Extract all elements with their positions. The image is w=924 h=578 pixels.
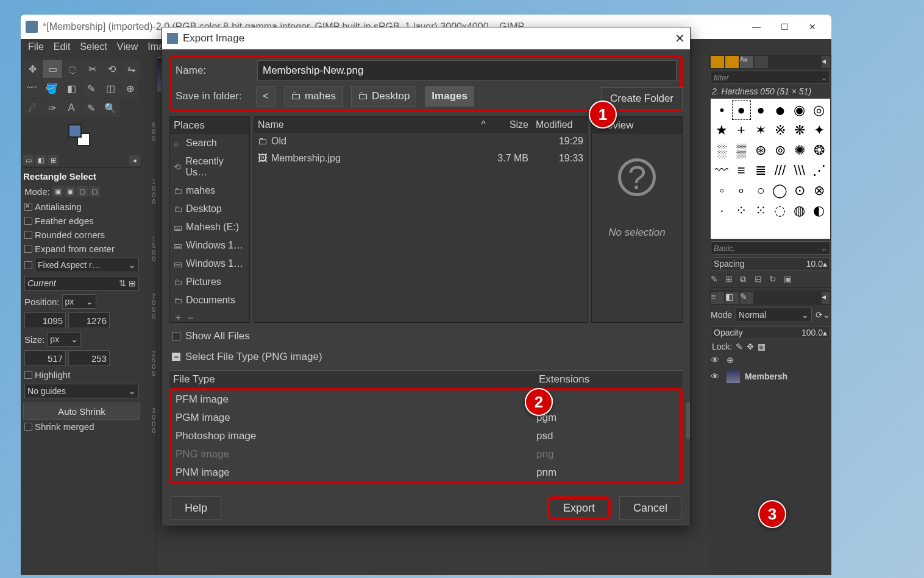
- pos-unit-select[interactable]: px⌄: [62, 294, 96, 309]
- cancel-button[interactable]: Cancel: [619, 496, 681, 520]
- fixed-checkbox[interactable]: [24, 261, 32, 269]
- places-pictures[interactable]: 🗀Pictures: [170, 273, 249, 291]
- filename-input[interactable]: [257, 60, 677, 81]
- help-button[interactable]: Help: [171, 496, 221, 520]
- mode-int-icon[interactable]: ▢: [89, 186, 100, 197]
- gradient-tool[interactable]: ◧: [62, 79, 80, 97]
- pos-y-input[interactable]: 1276: [68, 312, 110, 328]
- minimize-button[interactable]: —: [742, 15, 770, 39]
- highlight-checkbox[interactable]: [24, 371, 32, 379]
- bookmark-remove-button[interactable]: −: [188, 312, 194, 325]
- dup-brush-icon[interactable]: ⧉: [740, 274, 751, 284]
- dock-tab-1[interactable]: ▭: [23, 155, 34, 166]
- guides-select[interactable]: No guides⌄: [24, 384, 139, 398]
- clone-tool[interactable]: ⊕: [121, 79, 139, 97]
- rotate-tool[interactable]: ⟲: [102, 60, 121, 78]
- refresh-brush-icon[interactable]: ↻: [769, 274, 780, 284]
- show-all-checkbox[interactable]: [172, 332, 180, 340]
- col-ext-header[interactable]: Extensions: [539, 373, 679, 386]
- zoom-tool[interactable]: 🔍: [101, 99, 119, 117]
- file-row[interactable]: 🗀Old 19:29: [254, 133, 587, 150]
- lock-pos-icon[interactable]: ✥: [747, 342, 754, 351]
- rounded-checkbox[interactable]: [24, 231, 32, 239]
- free-select-tool[interactable]: ◌: [63, 60, 82, 78]
- crop-tool[interactable]: ✂: [83, 60, 101, 78]
- maximize-button[interactable]: ☐: [770, 15, 798, 39]
- size-unit-select[interactable]: px⌄: [47, 332, 81, 347]
- dialog-close-button[interactable]: ✕: [675, 31, 685, 46]
- dock-menu-icon[interactable]: ◂: [822, 56, 830, 68]
- dock-menu-icon[interactable]: ◂: [822, 292, 830, 304]
- places-desktop[interactable]: 🗀Desktop: [170, 200, 249, 218]
- lock-alpha-icon[interactable]: ▦: [758, 342, 766, 351]
- fg-color[interactable]: [68, 124, 82, 138]
- filetype-row-selected[interactable]: PNG imagepng: [172, 445, 680, 463]
- eraser-tool[interactable]: ◫: [101, 79, 119, 97]
- new-brush-icon[interactable]: ⊞: [725, 274, 736, 284]
- filetype-row[interactable]: Photoshop imagepsd: [172, 427, 680, 445]
- col-size-header[interactable]: Size: [489, 117, 532, 133]
- filetype-scrollbar[interactable]: [686, 403, 690, 439]
- visibility-icon[interactable]: 👁: [711, 355, 722, 365]
- mode-swap-icon[interactable]: ⟳⌄: [816, 310, 830, 320]
- path-tool[interactable]: ✑: [43, 99, 61, 117]
- patterns-tab-icon[interactable]: [725, 56, 739, 68]
- bookmark-add-button[interactable]: +: [175, 312, 182, 325]
- brushes-tab-icon[interactable]: [711, 56, 724, 68]
- dock-menu-icon[interactable]: ◂: [129, 155, 140, 166]
- mode-replace-icon[interactable]: ▣: [52, 186, 63, 197]
- visibility-icon[interactable]: 👁: [711, 372, 722, 381]
- pencil-tool[interactable]: ✎: [82, 79, 100, 97]
- fixed-select[interactable]: Fixed Aspect r…⌄: [35, 258, 139, 272]
- history-tab-icon[interactable]: [755, 56, 768, 68]
- col-filetype-header[interactable]: File Type: [173, 373, 539, 386]
- brush-preset-select[interactable]: Basic,⌄: [711, 241, 830, 255]
- dock-tab-2[interactable]: ◧: [35, 155, 46, 166]
- feather-checkbox[interactable]: [24, 217, 32, 225]
- places-drive[interactable]: 🖴Windows 1…: [170, 255, 249, 273]
- mode-sub-icon[interactable]: ▢: [77, 186, 88, 197]
- filter-input[interactable]: filter⌄: [711, 71, 830, 84]
- smudge-tool[interactable]: ☄: [23, 99, 41, 117]
- close-button[interactable]: ✕: [798, 15, 826, 39]
- spacing-slider[interactable]: Spacing10.0▴: [711, 257, 830, 270]
- auto-shrink-button[interactable]: Auto Shrink: [23, 403, 140, 420]
- layer-row[interactable]: 👁 ⊕: [709, 353, 831, 367]
- places-drive[interactable]: 🖴Mahesh (E:): [170, 218, 249, 236]
- fonts-tab-icon[interactable]: Aa: [740, 56, 753, 68]
- export-button[interactable]: Export: [547, 496, 611, 520]
- menu-select[interactable]: Select: [76, 41, 110, 52]
- lock-pixel-icon[interactable]: ✎: [736, 342, 743, 351]
- size-h-input[interactable]: 253: [68, 350, 110, 366]
- places-documents[interactable]: 🗀Documents: [170, 291, 249, 309]
- filetype-row[interactable]: PNM imagepnm: [172, 463, 680, 482]
- layer-row[interactable]: 👁 Membersh: [709, 367, 831, 386]
- fg-bg-colors[interactable]: [65, 124, 99, 149]
- current-field[interactable]: Current⇅ ⊞: [24, 276, 139, 291]
- size-w-input[interactable]: 517: [24, 350, 66, 366]
- dock-tab-3[interactable]: ⊞: [48, 155, 59, 166]
- menu-edit[interactable]: Edit: [50, 41, 74, 52]
- opacity-slider[interactable]: Opacity100.0▴: [711, 326, 830, 339]
- pos-x-input[interactable]: 1095: [24, 312, 66, 328]
- places-recent[interactable]: ⟲Recently Us…: [170, 152, 249, 182]
- edit-brush-icon[interactable]: ✎: [711, 274, 722, 284]
- link-icon[interactable]: ⊕: [727, 355, 734, 365]
- move-tool[interactable]: ✥: [23, 60, 41, 78]
- places-home[interactable]: 🗀mahes: [170, 182, 249, 200]
- warp-tool[interactable]: 〰: [23, 79, 41, 97]
- mode-add-icon[interactable]: ▣: [65, 186, 76, 197]
- places-drive[interactable]: 🖴Windows 1…: [170, 236, 249, 255]
- filetype-row[interactable]: PFM imagepfm: [172, 390, 680, 409]
- filetype-row[interactable]: PGM imagepgm: [172, 409, 680, 427]
- blend-mode-select[interactable]: Normal⌄: [736, 308, 812, 322]
- col-modified-header[interactable]: Modified: [532, 117, 587, 133]
- layers-tab-icon[interactable]: ≡: [711, 292, 724, 304]
- file-row[interactable]: 🖼Membership.jpg 3.7 MB 19:33: [254, 150, 587, 167]
- menu-file[interactable]: File: [24, 41, 48, 52]
- text-tool[interactable]: A: [62, 99, 80, 117]
- brush-grid[interactable]: •●●●◉◎ ★+✶※❋✦ ░▒⊛⊚✺❂ 〰≡≣///\\\⋰ ◦∘○◯⊙⊗ ·…: [711, 99, 830, 239]
- del-brush-icon[interactable]: ⊟: [755, 274, 766, 284]
- paths-tab-icon[interactable]: ✎: [740, 292, 753, 304]
- bucket-tool[interactable]: 🪣: [43, 79, 61, 97]
